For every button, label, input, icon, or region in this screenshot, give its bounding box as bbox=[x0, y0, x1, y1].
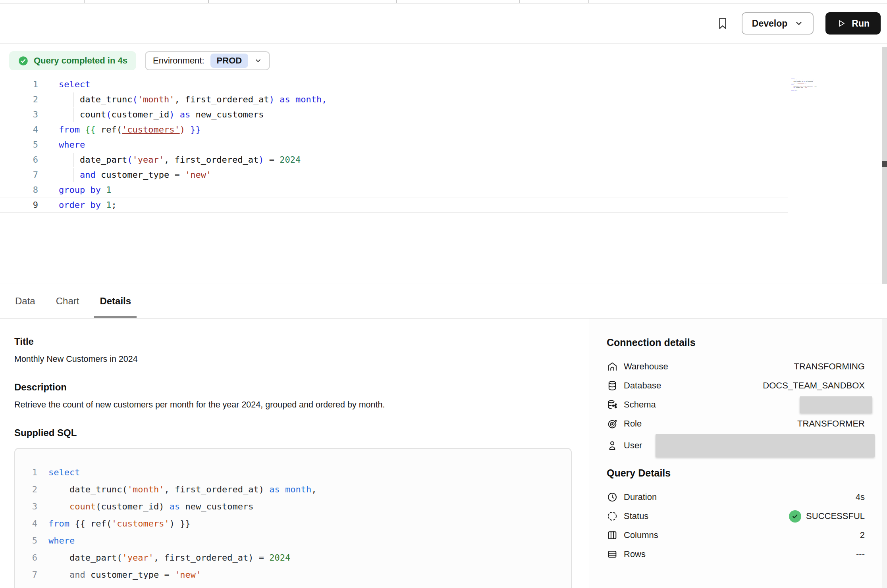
token: 'customers' bbox=[112, 519, 170, 528]
code-text: order by 1; bbox=[791, 90, 797, 91]
line-number: 1 bbox=[0, 77, 38, 92]
code-line: 5where bbox=[27, 532, 559, 549]
token: , first_ordered_at bbox=[174, 94, 269, 104]
token: customer_id bbox=[797, 81, 803, 82]
row-value bbox=[656, 434, 865, 457]
token: (customer_id) bbox=[96, 502, 169, 511]
details-row: RoleTRANSFORMER bbox=[607, 414, 865, 433]
code-line: 2 date_trunc('month', first_ordered_at) … bbox=[27, 481, 559, 498]
code-text: count(customer_id) as new_customers bbox=[59, 108, 264, 122]
token: ) bbox=[180, 125, 185, 135]
row-value: TRANSFORMING bbox=[794, 361, 865, 372]
code-line: 5where bbox=[0, 137, 788, 152]
redacted-value bbox=[656, 434, 875, 457]
database-icon bbox=[607, 380, 618, 391]
warehouse-icon bbox=[607, 361, 618, 372]
line-number: 8 bbox=[27, 583, 37, 588]
token: 'month' bbox=[127, 484, 164, 494]
ref-link[interactable]: 'customers' bbox=[798, 83, 804, 84]
develop-button[interactable]: Develop bbox=[742, 12, 814, 35]
run-button-label: Run bbox=[852, 18, 870, 29]
editor-scrollbar-thumb[interactable] bbox=[882, 161, 887, 167]
code-text: select bbox=[48, 464, 80, 481]
code-line: 1select bbox=[0, 77, 788, 92]
row-value: SUCCESSFUL bbox=[789, 510, 865, 523]
code-text: from {{ ref('customers') }} bbox=[59, 123, 201, 137]
line-number: 2 bbox=[0, 92, 38, 107]
code-line: 7 and customer_type = 'new' bbox=[0, 167, 788, 183]
supplied-sql-heading: Supplied SQL bbox=[14, 427, 589, 438]
token: 1 bbox=[796, 88, 797, 90]
minimap-code: 1select2 date_trunc('month', first_order… bbox=[791, 78, 836, 91]
browser-tab-strip bbox=[0, 0, 887, 4]
connection-details-rows: WarehouseTRANSFORMINGDatabaseDOCS_TEAM_S… bbox=[607, 357, 865, 458]
details-row: User bbox=[607, 433, 865, 458]
token: new_customers bbox=[190, 110, 264, 119]
token bbox=[48, 570, 69, 580]
token: 'year' bbox=[132, 155, 164, 165]
token: {{ ref( bbox=[69, 519, 112, 528]
user-icon bbox=[607, 440, 618, 451]
token: customer_type = bbox=[96, 170, 185, 180]
line-number: 5 bbox=[0, 138, 38, 152]
details-left-column: Title Monthly New Customers in 2024 Desc… bbox=[0, 319, 589, 588]
token: 'year' bbox=[122, 553, 153, 563]
toolbar: Develop Run bbox=[0, 4, 887, 44]
code-text: date_trunc('month', first_ordered_at) as… bbox=[59, 92, 327, 107]
run-button[interactable]: Run bbox=[825, 12, 881, 35]
token: select bbox=[791, 78, 794, 79]
editor-code-lines[interactable]: 1select2 date_trunc('month', first_order… bbox=[0, 77, 887, 213]
line-number: 5 bbox=[27, 532, 37, 549]
token: ) bbox=[258, 155, 264, 165]
row-label: Duration bbox=[624, 492, 657, 502]
row-label: Status bbox=[624, 511, 648, 521]
row-label: Role bbox=[624, 419, 642, 429]
ref-link[interactable]: 'customers' bbox=[122, 125, 180, 135]
code-text: where bbox=[59, 138, 85, 152]
line-number: 8 bbox=[0, 183, 38, 197]
token: from bbox=[59, 125, 80, 135]
code-line: 4from {{ ref('customers') }} bbox=[27, 515, 559, 532]
tab-data[interactable]: Data bbox=[14, 284, 36, 318]
token: as bbox=[170, 502, 180, 511]
editor-minimap[interactable]: 1select2 date_trunc('month', first_order… bbox=[791, 78, 836, 100]
token: where bbox=[791, 84, 794, 85]
row-label: Columns bbox=[624, 530, 658, 540]
token: = bbox=[264, 155, 280, 165]
token: 'year' bbox=[799, 85, 802, 86]
row-label: Database bbox=[624, 380, 661, 391]
code-text: where bbox=[48, 532, 75, 549]
bookmark-icon[interactable] bbox=[715, 16, 730, 31]
details-row: DatabaseDOCS_TEAM_SANDBOX bbox=[607, 376, 865, 395]
environment-select[interactable]: Environment: PROD bbox=[145, 51, 270, 70]
code-text: count(customer_id) as new_customers bbox=[48, 498, 254, 515]
line-number: 4 bbox=[27, 515, 37, 532]
token: date_part bbox=[59, 155, 127, 165]
token: , first_ordered_at) = bbox=[154, 553, 269, 563]
title-heading: Title bbox=[14, 336, 589, 347]
token: new_customers bbox=[805, 81, 813, 82]
code-line: 8group by 1 bbox=[0, 183, 788, 198]
token: , first_ordered_at bbox=[804, 79, 814, 81]
line-number: 3 bbox=[27, 498, 37, 515]
token: 1 bbox=[106, 185, 111, 195]
details-scrollbar-track[interactable] bbox=[882, 319, 887, 588]
details-row: Duration4s bbox=[607, 488, 865, 507]
token: from bbox=[48, 519, 69, 528]
token: new_customers bbox=[180, 502, 253, 511]
token: , first_ordered_at bbox=[802, 85, 812, 86]
code-line: 6 date_part('year', first_ordered_at) = … bbox=[0, 152, 788, 167]
line-number: 2 bbox=[27, 481, 37, 498]
token bbox=[59, 170, 80, 180]
tab-divider bbox=[588, 0, 589, 3]
play-icon bbox=[837, 19, 846, 28]
token: count bbox=[791, 81, 796, 82]
token: as month bbox=[269, 484, 311, 494]
code-line: 2 date_trunc('month', first_ordered_at) … bbox=[0, 92, 788, 107]
editor-scrollbar-track[interactable] bbox=[882, 47, 887, 284]
sql-editor[interactable]: 1select2 date_trunc('month', first_order… bbox=[0, 71, 887, 284]
row-value: --- bbox=[856, 549, 865, 559]
token bbox=[48, 502, 69, 511]
tab-details[interactable]: Details bbox=[99, 284, 132, 318]
tab-chart[interactable]: Chart bbox=[55, 284, 80, 318]
